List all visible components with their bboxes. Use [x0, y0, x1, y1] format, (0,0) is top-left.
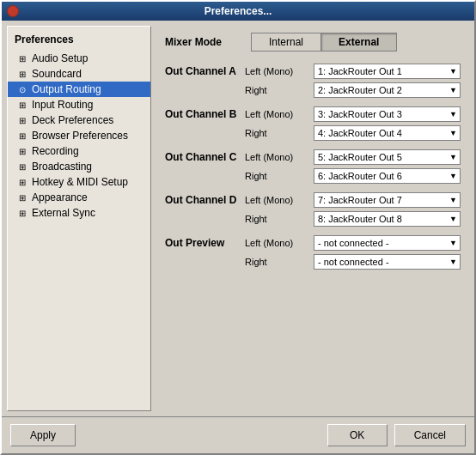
right-select-channel-c[interactable]: 6: JackRouter Out 65: JackRouter Out 57:…: [314, 168, 461, 184]
sidebar-items: ⊞Audio Setup⊞Soundcard⊙Output Routing⊞In…: [8, 51, 150, 221]
sidebar-icon-appearance: ⊞: [16, 193, 28, 203]
channel-label-out-preview: Out Preview: [165, 237, 238, 249]
channel-row-right-channel-a: Right2: JackRouter Out 21: JackRouter Ou…: [165, 82, 461, 98]
channel-row-right-out-preview: Right- not connected -1: JackRouter Out …: [165, 254, 461, 270]
left-select-channel-b[interactable]: 3: JackRouter Out 31: JackRouter Out 12:…: [314, 106, 461, 122]
left-select-channel-d[interactable]: 7: JackRouter Out 78: JackRouter Out 85:…: [314, 192, 461, 208]
sidebar-icon-hotkey-midi: ⊞: [16, 178, 28, 187]
title-bar: Preferences...: [2, 2, 474, 21]
mode-buttons: InternalExternal: [251, 33, 397, 52]
sidebar-item-audio-setup[interactable]: ⊞Audio Setup: [8, 51, 150, 66]
left-label-channel-a: Left (Mono): [245, 66, 307, 76]
sidebar-label-output-routing: Output Routing: [32, 83, 101, 95]
right-select-channel-d[interactable]: 8: JackRouter Out 87: JackRouter Out 75:…: [314, 211, 461, 227]
sidebar-label-appearance: Appearance: [32, 191, 88, 203]
sidebar-label-input-routing: Input Routing: [32, 99, 93, 111]
sidebar-icon-soundcard: ⊞: [16, 70, 28, 79]
right-select-channel-a[interactable]: 2: JackRouter Out 21: JackRouter Out 13:…: [314, 82, 461, 98]
channel-block-channel-b: Out Channel BLeft (Mono)3: JackRouter Ou…: [165, 106, 461, 141]
sidebar-icon-input-routing: ⊞: [16, 100, 28, 110]
left-select-wrapper-channel-b: 3: JackRouter Out 31: JackRouter Out 12:…: [314, 106, 461, 122]
right-select-wrapper-channel-a: 2: JackRouter Out 21: JackRouter Out 13:…: [314, 82, 461, 98]
mode-btn-external[interactable]: External: [320, 33, 397, 52]
cancel-button[interactable]: Cancel: [394, 424, 466, 446]
channel-block-out-preview: Out PreviewLeft (Mono)- not connected -1…: [165, 235, 461, 270]
sidebar-icon-external-sync: ⊞: [16, 209, 28, 218]
sidebar-icon-browser-preferences: ⊞: [16, 131, 28, 141]
sidebar-item-appearance[interactable]: ⊞Appearance: [8, 190, 150, 205]
sidebar-item-external-sync[interactable]: ⊞External Sync: [8, 205, 150, 221]
apply-button[interactable]: Apply: [10, 424, 76, 446]
channel-row-left-channel-d: Out Channel DLeft (Mono)7: JackRouter Ou…: [165, 192, 461, 208]
left-select-wrapper-channel-c: 5: JackRouter Out 56: JackRouter Out 67:…: [314, 149, 461, 165]
sidebar-header: Preferences: [8, 30, 150, 51]
channel-row-left-channel-c: Out Channel CLeft (Mono)5: JackRouter Ou…: [165, 149, 461, 165]
mixer-mode-row: Mixer Mode InternalExternal: [165, 33, 461, 52]
right-label-channel-c: Right: [245, 171, 307, 181]
right-label-out-preview: Right: [245, 257, 307, 267]
left-select-channel-c[interactable]: 5: JackRouter Out 56: JackRouter Out 67:…: [314, 149, 461, 165]
right-label-channel-a: Right: [245, 85, 307, 95]
close-button[interactable]: [7, 5, 19, 17]
channel-block-channel-d: Out Channel DLeft (Mono)7: JackRouter Ou…: [165, 192, 461, 227]
sidebar-item-broadcasting[interactable]: ⊞Broadcasting: [8, 159, 150, 174]
sidebar-label-broadcasting: Broadcasting: [32, 161, 92, 173]
left-label-channel-b: Left (Mono): [245, 109, 307, 119]
channel-label-channel-a: Out Channel A: [165, 65, 238, 77]
main-panel: Mixer Mode InternalExternal Out Channel …: [156, 26, 469, 411]
right-select-out-preview[interactable]: - not connected -1: JackRouter Out 12: J…: [314, 254, 461, 270]
left-label-channel-c: Left (Mono): [245, 152, 307, 162]
sidebar-icon-recording: ⊞: [16, 147, 28, 156]
right-select-wrapper-channel-b: 4: JackRouter Out 41: JackRouter Out 12:…: [314, 125, 461, 141]
bottom-bar: Apply OK Cancel: [2, 416, 474, 453]
sidebar-label-external-sync: External Sync: [32, 207, 95, 219]
ok-button[interactable]: OK: [327, 424, 388, 446]
right-select-wrapper-channel-c: 6: JackRouter Out 65: JackRouter Out 57:…: [314, 168, 461, 184]
right-select-wrapper-out-preview: - not connected -1: JackRouter Out 12: J…: [314, 254, 461, 270]
channel-row-right-channel-d: Right8: JackRouter Out 87: JackRouter Ou…: [165, 211, 461, 227]
channel-row-right-channel-c: Right6: JackRouter Out 65: JackRouter Ou…: [165, 168, 461, 184]
right-label-channel-d: Right: [245, 214, 307, 224]
sidebar-label-audio-setup: Audio Setup: [32, 52, 88, 64]
channel-block-channel-a: Out Channel ALeft (Mono)1: JackRouter Ou…: [165, 64, 461, 98]
right-label-channel-b: Right: [245, 128, 307, 138]
channel-row-right-channel-b: Right4: JackRouter Out 41: JackRouter Ou…: [165, 125, 461, 141]
sidebar-icon-output-routing: ⊙: [16, 85, 28, 94]
left-select-channel-a[interactable]: 1: JackRouter Out 12: JackRouter Out 23:…: [314, 64, 461, 79]
sidebar-label-recording: Recording: [32, 145, 79, 157]
left-select-wrapper-channel-d: 7: JackRouter Out 78: JackRouter Out 85:…: [314, 192, 461, 208]
channel-label-channel-d: Out Channel D: [165, 194, 238, 206]
sidebar-item-output-routing[interactable]: ⊙Output Routing: [8, 82, 150, 97]
channel-blocks: Out Channel ALeft (Mono)1: JackRouter Ou…: [165, 64, 461, 270]
sidebar-label-soundcard: Soundcard: [32, 68, 82, 80]
sidebar-label-hotkey-midi: Hotkey & MIDI Setup: [32, 176, 128, 188]
sidebar-icon-audio-setup: ⊞: [16, 54, 28, 64]
right-select-channel-b[interactable]: 4: JackRouter Out 41: JackRouter Out 12:…: [314, 125, 461, 141]
mode-btn-internal[interactable]: Internal: [251, 33, 320, 52]
channel-block-channel-c: Out Channel CLeft (Mono)5: JackRouter Ou…: [165, 149, 461, 184]
preferences-window: Preferences... Preferences ⊞Audio Setup⊞…: [0, 0, 476, 455]
content-area: Preferences ⊞Audio Setup⊞Soundcard⊙Outpu…: [2, 21, 474, 416]
left-select-wrapper-out-preview: - not connected -1: JackRouter Out 12: J…: [314, 235, 461, 251]
left-label-out-preview: Left (Mono): [245, 238, 307, 248]
sidebar-label-deck-preferences: Deck Preferences: [32, 114, 113, 126]
sidebar-item-recording[interactable]: ⊞Recording: [8, 143, 150, 159]
sidebar-item-hotkey-midi[interactable]: ⊞Hotkey & MIDI Setup: [8, 174, 150, 190]
ok-cancel-group: OK Cancel: [327, 424, 466, 446]
sidebar-label-browser-preferences: Browser Preferences: [32, 130, 128, 142]
left-select-out-preview[interactable]: - not connected -1: JackRouter Out 12: J…: [314, 235, 461, 251]
sidebar: Preferences ⊞Audio Setup⊞Soundcard⊙Outpu…: [7, 26, 151, 411]
channel-label-channel-c: Out Channel C: [165, 151, 238, 163]
channel-row-left-channel-a: Out Channel ALeft (Mono)1: JackRouter Ou…: [165, 64, 461, 79]
sidebar-icon-deck-preferences: ⊞: [16, 116, 28, 125]
left-select-wrapper-channel-a: 1: JackRouter Out 12: JackRouter Out 23:…: [314, 64, 461, 79]
channel-row-left-channel-b: Out Channel BLeft (Mono)3: JackRouter Ou…: [165, 106, 461, 122]
window-title: Preferences...: [204, 5, 272, 17]
channel-label-channel-b: Out Channel B: [165, 108, 238, 120]
sidebar-item-deck-preferences[interactable]: ⊞Deck Preferences: [8, 112, 150, 128]
channel-row-left-out-preview: Out PreviewLeft (Mono)- not connected -1…: [165, 235, 461, 251]
sidebar-icon-broadcasting: ⊞: [16, 162, 28, 172]
sidebar-item-browser-preferences[interactable]: ⊞Browser Preferences: [8, 128, 150, 143]
sidebar-item-soundcard[interactable]: ⊞Soundcard: [8, 66, 150, 82]
sidebar-item-input-routing[interactable]: ⊞Input Routing: [8, 97, 150, 112]
